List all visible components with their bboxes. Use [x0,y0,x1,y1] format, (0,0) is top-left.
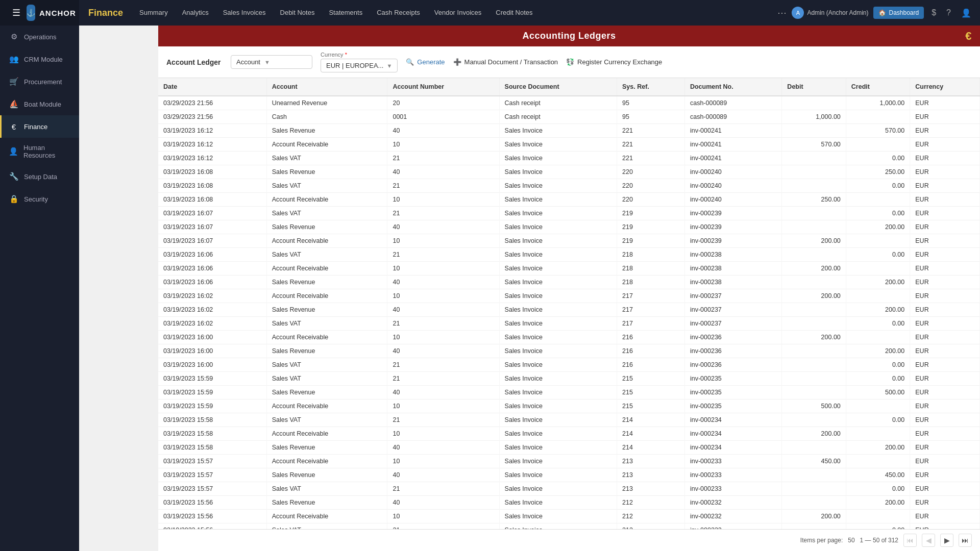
sidebar-item-human-resources[interactable]: 👤Human Resources [0,138,79,165]
cell-17-3: Sales Invoice [499,331,617,344]
cell-2-3: Sales Invoice [499,124,617,138]
manual-document-button[interactable]: ➕ Manual Document / Transaction [453,58,558,66]
table-row[interactable]: 03/19/2023 16:07Sales VAT21Sales Invoice… [158,207,980,220]
table-row[interactable]: 03/19/2023 15:56Account Receivable10Sale… [158,510,980,523]
table-row[interactable]: 03/19/2023 16:02Sales Revenue40Sales Inv… [158,303,980,317]
currency-select-arrow: ▼ [386,63,392,69]
cell-30-7 [846,510,910,523]
last-page-button[interactable]: ⏭ [959,534,972,547]
cell-21-7: 500.00 [846,386,910,399]
cell-20-3: Sales Invoice [499,372,617,386]
nav-link-analytics[interactable]: Analytics [175,0,216,26]
account-select[interactable]: Account ▼ [231,55,312,69]
table-row[interactable]: 03/19/2023 16:06Sales Revenue40Sales Inv… [158,276,980,289]
table-row[interactable]: 03/19/2023 15:59Account Receivable10Sale… [158,399,980,413]
table-row[interactable]: 03/19/2023 16:06Sales VAT21Sales Invoice… [158,248,980,262]
nav-link-statements[interactable]: Statements [322,0,370,26]
table-row[interactable]: 03/19/2023 16:08Account Receivable10Sale… [158,193,980,207]
cell-14-2: 10 [387,289,499,303]
table-row[interactable]: 03/19/2023 15:59Sales Revenue40Sales Inv… [158,386,980,399]
cell-14-0: 03/19/2023 16:02 [158,289,266,303]
cell-0-4: 95 [617,96,685,110]
table-row[interactable]: 03/19/2023 15:58Sales Revenue40Sales Inv… [158,441,980,455]
table-row[interactable]: 03/19/2023 16:12Account Receivable10Sale… [158,138,980,152]
sidebar-item-security[interactable]: 🔒Security [0,188,79,210]
currency-select[interactable]: EUR | EUROPEA... ▼ [321,59,398,72]
first-page-button[interactable]: ⏮ [903,534,917,547]
cell-14-6: 200.00 [782,289,846,303]
table-row[interactable]: 03/19/2023 16:02Account Receivable10Sale… [158,289,980,303]
cell-0-5: cash-000089 [684,96,781,110]
table-row[interactable]: 03/19/2023 15:57Sales Revenue40Sales Inv… [158,468,980,482]
cell-15-7: 200.00 [846,303,910,317]
table-row[interactable]: 03/19/2023 16:00Sales Revenue40Sales Inv… [158,344,980,358]
nav-link-summary[interactable]: Summary [132,0,175,26]
help-icon[interactable]: ? [944,8,953,17]
sidebar-item-procurement[interactable]: 🛒Procurement [0,70,79,93]
nav-link-cash-receipts[interactable]: Cash Receipts [370,0,427,26]
cell-4-2: 21 [387,152,499,165]
search-icon: 🔍 [406,58,414,66]
cell-0-3: Cash receipt [499,96,617,110]
sidebar-item-boat-module[interactable]: ⛵Boat Module [0,93,79,115]
next-page-button[interactable]: ▶ [940,534,953,547]
table-row[interactable]: 03/19/2023 15:59Sales VAT21Sales Invoice… [158,372,980,386]
generate-button[interactable]: 🔍 Generate [406,58,445,66]
table-row[interactable]: 03/29/2023 21:56Cash0001Cash receipt95ca… [158,110,980,124]
cell-28-8: EUR [910,482,980,496]
table-row[interactable]: 03/19/2023 16:08Sales VAT21Sales Invoice… [158,179,980,193]
cell-8-3: Sales Invoice [499,207,617,220]
cell-31-0: 03/19/2023 15:56 [158,523,266,530]
sidebar-label-setup-data: Setup Data [24,173,57,181]
account-select-arrow: ▼ [264,59,270,65]
more-nav-icon[interactable]: ⋯ [772,7,792,18]
cell-1-0: 03/29/2023 21:56 [158,110,266,124]
currency-icon[interactable]: $ [929,8,939,17]
table-row[interactable]: 03/19/2023 15:56Sales VAT21Sales Invoice… [158,523,980,530]
cell-15-4: 217 [617,303,685,317]
cell-17-0: 03/19/2023 16:00 [158,331,266,344]
table-row[interactable]: 03/19/2023 16:12Sales VAT21Sales Invoice… [158,152,980,165]
table-row[interactable]: 03/19/2023 16:07Sales Revenue40Sales Inv… [158,220,980,234]
table-row[interactable]: 03/19/2023 16:07Account Receivable10Sale… [158,234,980,248]
table-row[interactable]: 03/19/2023 16:06Account Receivable10Sale… [158,262,980,276]
cell-17-2: 10 [387,331,499,344]
table-row[interactable]: 03/19/2023 15:58Sales VAT21Sales Invoice… [158,413,980,427]
finance-module-label: Finance [79,8,132,18]
admin-badge[interactable]: A Admin (Anchor Admin) [792,7,868,19]
table-row[interactable]: 03/19/2023 16:00Sales VAT21Sales Invoice… [158,358,980,372]
sidebar-item-crm[interactable]: 👥CRM Module [0,48,79,70]
nav-link-vendor-invoices[interactable]: Vendor Invoices [427,0,489,26]
cell-2-5: inv-000241 [684,124,781,138]
sidebar: ☰ ⚓ ANCHOR ⚙Operations👥CRM Module🛒Procur… [0,0,79,551]
sidebar-item-setup-data[interactable]: 🔧Setup Data [0,165,79,188]
cell-13-4: 218 [617,276,685,289]
table-row[interactable]: 03/19/2023 15:57Account Receivable10Sale… [158,455,980,468]
table-row[interactable]: 03/19/2023 15:58Account Receivable10Sale… [158,427,980,441]
cell-27-5: inv-000233 [684,468,781,482]
nav-link-credit-notes[interactable]: Credit Notes [488,0,540,26]
cell-27-2: 40 [387,468,499,482]
cell-27-8: EUR [910,468,980,482]
sidebar-item-operations[interactable]: ⚙Operations [0,26,79,48]
col-account-number: Account Number [387,78,499,96]
cell-23-7: 0.00 [846,413,910,427]
table-row[interactable]: 03/19/2023 16:00Account Receivable10Sale… [158,331,980,344]
sidebar-item-finance[interactable]: €Finance [0,115,79,138]
register-currency-button[interactable]: 💱 Register Currency Exchange [566,58,662,66]
cell-5-2: 40 [387,165,499,179]
table-row[interactable]: 03/19/2023 16:02Sales VAT21Sales Invoice… [158,317,980,331]
prev-page-button[interactable]: ◀ [922,534,935,547]
cell-21-1: Sales Revenue [266,386,387,399]
user-settings-icon[interactable]: 👤 [959,8,974,18]
table-row[interactable]: 03/19/2023 16:08Sales Revenue40Sales Inv… [158,165,980,179]
cell-15-5: inv-000237 [684,303,781,317]
table-row[interactable]: 03/29/2023 21:56Unearned Revenue20Cash r… [158,96,980,110]
table-row[interactable]: 03/19/2023 15:57Sales VAT21Sales Invoice… [158,482,980,496]
nav-link-debit-notes[interactable]: Debit Notes [273,0,322,26]
hamburger-button[interactable]: ☰ [6,7,27,18]
table-row[interactable]: 03/19/2023 16:12Sales Revenue40Sales Inv… [158,124,980,138]
dashboard-button[interactable]: 🏠 Dashboard [873,7,924,19]
table-row[interactable]: 03/19/2023 15:56Sales Revenue40Sales Inv… [158,496,980,510]
nav-link-sales-invoices[interactable]: Sales Invoices [216,0,273,26]
